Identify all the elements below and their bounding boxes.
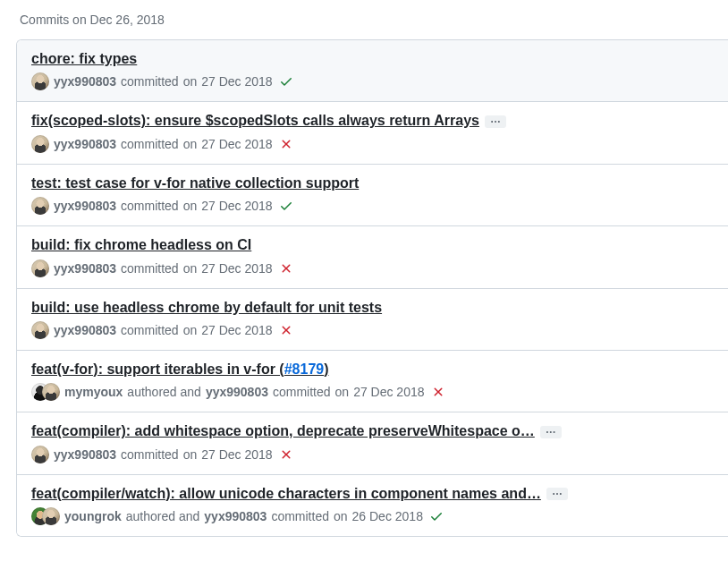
avatar[interactable] (42, 383, 60, 401)
commit-title-row: build: use headless chrome by default fo… (31, 298, 714, 318)
avatar[interactable] (31, 72, 49, 90)
commit-title-link[interactable]: chore: fix types (31, 49, 137, 69)
commit-item: chore: fix typesyyx990803 committed on 2… (17, 40, 728, 101)
author-link[interactable]: yyx990803 (54, 446, 116, 463)
commit-group-heading: Commits on Dec 26, 2018 (0, 0, 728, 39)
meta-text: authored and (127, 383, 201, 401)
meta-text: on (335, 383, 350, 401)
meta-text: on (334, 507, 348, 525)
avatar-stack (31, 446, 49, 463)
commit-meta: yyx990803 committed on 27 Dec 2018 (31, 197, 714, 215)
x-icon[interactable] (431, 385, 445, 399)
avatar-stack (31, 135, 49, 153)
avatar[interactable] (31, 446, 49, 463)
commit-title-text: ) (324, 361, 328, 377)
meta-text: committed (121, 72, 179, 90)
author-link[interactable]: mymyoux (64, 383, 123, 401)
author-link[interactable]: yyx990803 (54, 259, 116, 277)
commit-title-row: feat(v-for): support iterables in v-for … (31, 360, 714, 379)
avatar[interactable] (31, 259, 49, 277)
commit-date: 27 Dec 2018 (201, 321, 272, 339)
commit-date: 27 Dec 2018 (201, 135, 272, 153)
commit-meta: yyx990803 committed on 27 Dec 2018 (31, 72, 714, 90)
x-icon[interactable] (279, 323, 293, 337)
avatar-stack (31, 197, 49, 215)
commit-date: 27 Dec 2018 (201, 446, 272, 463)
author-link[interactable]: yyx990803 (54, 197, 116, 215)
commit-meta: yyx990803 committed on 27 Dec 2018 (31, 135, 714, 153)
commit-title-link[interactable]: feat(compiler/watch): allow unicode char… (31, 484, 541, 504)
x-icon[interactable] (279, 447, 293, 462)
commit-date: 27 Dec 2018 (201, 259, 272, 277)
avatar[interactable] (42, 507, 60, 525)
commit-item: feat(compiler): add whitespace option, d… (17, 412, 728, 473)
commit-meta: youngrok authored and yyx990803 committe… (31, 507, 714, 525)
commit-meta: yyx990803 committed on 27 Dec 2018 (31, 446, 714, 463)
commit-title-link[interactable]: fix(scoped-slots): ensure $scopedSlots c… (31, 111, 479, 131)
commit-item: build: use headless chrome by default fo… (17, 288, 728, 350)
meta-text: committed (121, 135, 179, 153)
commit-title-row: chore: fix types (31, 49, 714, 69)
commit-title-link[interactable]: build: fix chrome headless on CI (31, 235, 251, 255)
meta-text: committed (121, 197, 179, 215)
meta-text: on (183, 197, 198, 215)
avatar-stack (31, 507, 60, 525)
x-icon[interactable] (279, 261, 293, 276)
check-icon[interactable] (279, 199, 293, 213)
commit-title-link[interactable]: feat(compiler): add whitespace option, d… (31, 421, 535, 441)
meta-text: on (183, 135, 198, 153)
avatar-stack (31, 321, 49, 339)
meta-text: committed (273, 383, 331, 401)
check-icon[interactable] (279, 74, 293, 89)
meta-text: authored and (126, 507, 200, 525)
commit-item: test: test case for v-for native collect… (17, 164, 728, 225)
avatar[interactable] (31, 135, 49, 153)
commit-title-link[interactable]: feat(v-for): support iterables in v-for … (31, 360, 329, 379)
avatar-stack (31, 72, 49, 90)
meta-text: committed (271, 507, 329, 525)
commits-list: chore: fix typesyyx990803 committed on 2… (16, 39, 728, 537)
commit-item: fix(scoped-slots): ensure $scopedSlots c… (17, 101, 728, 163)
x-icon[interactable] (279, 137, 293, 151)
meta-text: on (183, 321, 198, 339)
meta-text: on (183, 72, 198, 90)
commit-date: 27 Dec 2018 (201, 72, 272, 90)
commit-date: 26 Dec 2018 (352, 507, 423, 525)
author-link[interactable]: yyx990803 (54, 135, 116, 153)
commit-title-text: feat(v-for): support iterables in v-for … (31, 361, 284, 377)
author-link[interactable]: youngrok (64, 507, 122, 525)
expand-description-button[interactable]: … (540, 426, 562, 438)
commit-date: 27 Dec 2018 (353, 383, 424, 401)
avatar-stack (31, 383, 60, 401)
meta-text: committed (121, 446, 179, 463)
issue-reference-link[interactable]: #8179 (284, 361, 325, 377)
commit-title-link[interactable]: test: test case for v-for native collect… (31, 174, 359, 193)
avatar-stack (31, 259, 49, 277)
commit-meta: mymyoux authored and yyx990803 committed… (31, 383, 714, 401)
commit-item: build: fix chrome headless on CIyyx99080… (17, 225, 728, 287)
meta-text: on (183, 259, 198, 277)
commit-item: feat(compiler/watch): allow unicode char… (17, 474, 728, 536)
meta-text: committed (121, 321, 179, 339)
avatar[interactable] (31, 197, 49, 215)
commit-title-row: feat(compiler/watch): allow unicode char… (31, 484, 714, 504)
meta-text: on (183, 446, 198, 463)
author-link[interactable]: yyx990803 (54, 321, 116, 339)
commit-title-link[interactable]: build: use headless chrome by default fo… (31, 298, 382, 318)
meta-text: committed (121, 259, 179, 277)
commit-item: feat(v-for): support iterables in v-for … (17, 350, 728, 412)
commit-meta: yyx990803 committed on 27 Dec 2018 (31, 259, 714, 277)
commit-meta: yyx990803 committed on 27 Dec 2018 (31, 321, 714, 339)
commit-date: 27 Dec 2018 (201, 197, 272, 215)
expand-description-button[interactable]: … (546, 488, 568, 500)
commit-title-row: fix(scoped-slots): ensure $scopedSlots c… (31, 111, 714, 131)
avatar[interactable] (31, 321, 49, 339)
commit-title-row: test: test case for v-for native collect… (31, 174, 714, 193)
expand-description-button[interactable]: … (485, 115, 506, 128)
author-link[interactable]: yyx990803 (54, 72, 116, 90)
committer-link[interactable]: yyx990803 (206, 383, 268, 401)
commit-title-row: feat(compiler): add whitespace option, d… (31, 421, 714, 441)
check-icon[interactable] (429, 509, 444, 523)
committer-link[interactable]: yyx990803 (204, 507, 267, 525)
commit-title-row: build: fix chrome headless on CI (31, 235, 714, 255)
